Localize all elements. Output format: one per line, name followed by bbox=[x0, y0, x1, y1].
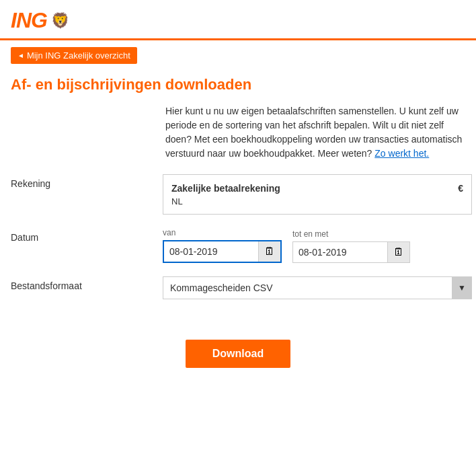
tot-label: tot en met bbox=[292, 229, 410, 239]
van-group: van 🗓 bbox=[163, 228, 282, 263]
date-inputs-row: van 🗓 tot en met bbox=[163, 228, 465, 263]
tot-group: tot en met 🗓 bbox=[292, 229, 410, 263]
datum-row: Datum van 🗓 tot e bbox=[11, 228, 465, 263]
tot-calendar-icon: 🗓 bbox=[393, 246, 404, 258]
intro-link[interactable]: Zo werkt het. bbox=[374, 148, 429, 159]
back-button[interactable]: Mijn ING Zakelijk overzicht bbox=[11, 47, 137, 64]
van-calendar-button[interactable]: 🗓 bbox=[258, 241, 280, 262]
main-content: Af- en bijschrijvingen downloaden Hier k… bbox=[0, 71, 476, 388]
datum-label: Datum bbox=[11, 228, 152, 243]
ing-logo-text: ING bbox=[11, 8, 47, 33]
bestandsformaat-row: Bestandsformaat Kommagescheiden CSV MT94… bbox=[11, 276, 465, 299]
page-title: Af- en bijschrijvingen downloaden bbox=[11, 76, 465, 93]
header: ING 🦁 bbox=[0, 0, 476, 40]
intro-text-block: Hier kunt u nu uw eigen betaalafschrifte… bbox=[165, 104, 465, 161]
ing-lion-icon: 🦁 bbox=[51, 12, 69, 30]
tot-input[interactable] bbox=[293, 243, 387, 262]
account-name-row: Zakelijke betaalrekening € bbox=[171, 183, 463, 194]
bestandsformaat-label: Bestandsformaat bbox=[11, 276, 152, 291]
van-label: van bbox=[163, 228, 282, 237]
nav-bar: Mijn ING Zakelijk overzicht bbox=[0, 40, 476, 71]
account-currency: € bbox=[458, 183, 463, 194]
rekening-label: Rekening bbox=[11, 174, 152, 189]
van-input-wrapper: 🗓 bbox=[163, 240, 282, 263]
tot-input-wrapper: 🗓 bbox=[292, 241, 410, 263]
tot-calendar-button[interactable]: 🗓 bbox=[387, 242, 409, 262]
rekening-row: Rekening Zakelijke betaalrekening € NL bbox=[11, 174, 465, 215]
rekening-field: Zakelijke betaalrekening € NL bbox=[163, 174, 472, 215]
format-select[interactable]: Kommagescheiden CSV MT940 CAMT.053 Excel bbox=[163, 276, 472, 299]
download-button[interactable]: Download bbox=[186, 340, 290, 368]
bestandsformaat-field: Kommagescheiden CSV MT940 CAMT.053 Excel… bbox=[163, 276, 472, 299]
account-box: Zakelijke betaalrekening € NL bbox=[163, 174, 472, 215]
van-input[interactable] bbox=[164, 242, 258, 261]
format-select-wrapper: Kommagescheiden CSV MT940 CAMT.053 Excel… bbox=[163, 276, 472, 299]
datum-field: van 🗓 tot en met bbox=[163, 228, 465, 263]
form-section: Hier kunt u nu uw eigen betaalafschrifte… bbox=[11, 104, 465, 299]
account-name-text: Zakelijke betaalrekening bbox=[171, 183, 280, 194]
account-iban: NL bbox=[171, 196, 463, 206]
van-calendar-icon: 🗓 bbox=[264, 245, 275, 258]
download-section: Download bbox=[11, 340, 465, 368]
